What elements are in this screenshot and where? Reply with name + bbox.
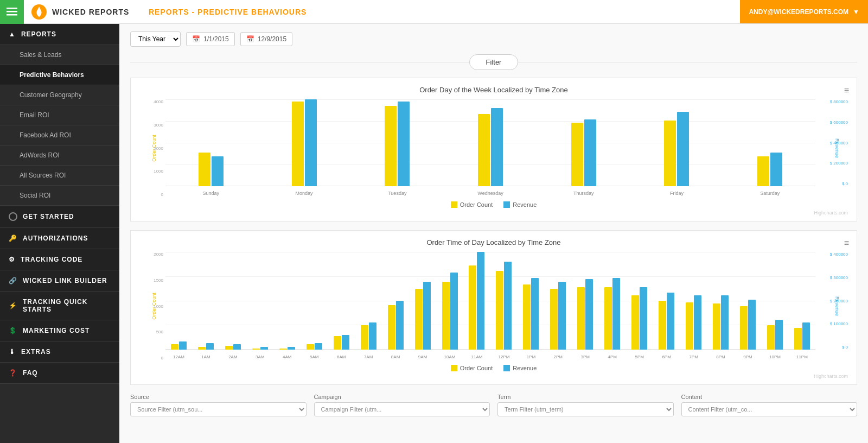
svg-rect-1 — [7, 11, 17, 12]
sidebar-item-email-roi[interactable]: Email ROI — [0, 105, 119, 125]
hamburger-button[interactable] — [0, 0, 24, 24]
bar-day-label: Wednesday — [477, 191, 503, 196]
chart2-bar-group: 6AM — [328, 252, 355, 350]
sidebar-item-facebook-ad-roi-label: Facebook Ad ROI — [20, 131, 71, 139]
sidebar-item-customer-geography[interactable]: Customer Geography — [0, 85, 119, 105]
bar-blue — [423, 282, 431, 350]
bar-blue — [491, 108, 503, 186]
chart-time-of-day: Order Time of Day Localized by Time Zone… — [130, 230, 857, 385]
sidebar-item-facebook-ad-roi[interactable]: Facebook Ad ROI — [0, 125, 119, 145]
source-filter-select[interactable]: Source Filter (utm_sou... — [130, 402, 307, 416]
date-range-select[interactable]: This Year — [130, 31, 181, 47]
bar-hour-label: 10PM — [769, 355, 781, 359]
sidebar-item-sales-leads[interactable]: Sales & Leads — [0, 45, 119, 65]
bar-yellow — [442, 282, 450, 350]
bar-yellow — [225, 346, 233, 350]
sidebar-item-predictive-behaviors[interactable]: Predictive Behaviors — [0, 65, 119, 85]
chart2-bar-group: 12PM — [490, 252, 517, 350]
bar-hour-label: 5PM — [635, 355, 643, 359]
chart1-menu-icon[interactable]: ≡ — [844, 86, 849, 96]
sidebar-item-adwords-roi-label: AdWords ROI — [20, 151, 60, 159]
content-filter-group: Content Content Filter (utm_co... — [681, 394, 858, 416]
calendar-icon: 📅 — [192, 35, 200, 43]
sidebar-link-builder-label: WICKED LINK BUILDER — [23, 277, 107, 284]
sidebar-item-tracking-code[interactable]: ⚙ TRACKING CODE — [0, 249, 119, 270]
term-filter-label: Term — [497, 394, 674, 400]
bar-blue — [398, 102, 410, 186]
chart2-bar-group: 12AM — [165, 252, 192, 350]
bar-hour-label: 3PM — [581, 355, 590, 359]
bar-hour-label: 12PM — [498, 355, 509, 359]
bar-blue — [802, 322, 810, 350]
chart2-bar-group: 11PM — [789, 252, 815, 350]
date-start-input[interactable]: 📅 1/1/2015 — [186, 32, 235, 46]
bar-day-label: Sunday — [203, 191, 220, 196]
sidebar-item-wicked-link-builder[interactable]: 🔗 WICKED LINK BUILDER — [0, 270, 119, 292]
date-start-value: 1/1/2015 — [203, 35, 229, 43]
content-filter-select[interactable]: Content Filter (utm_co... — [681, 402, 858, 416]
chart1-legend: Order Count Revenue — [139, 201, 848, 208]
bar-hour-label: 11PM — [796, 355, 808, 359]
legend-order-count-label: Order Count — [460, 201, 493, 208]
bar-day-label: Saturday — [760, 191, 780, 196]
sidebar-tracking-code-label: TRACKING CODE — [21, 256, 82, 263]
content-filter-label: Content — [681, 394, 858, 400]
chart2-menu-icon[interactable]: ≡ — [844, 238, 849, 248]
bar-blue — [288, 347, 295, 350]
sidebar-item-customer-geography-label: Customer Geography — [20, 91, 82, 99]
chart2-bar-group: 5AM — [301, 252, 328, 350]
chart2-bar-group: 6PM — [653, 252, 680, 350]
chart2-bar-group: 1PM — [518, 252, 544, 350]
sidebar-item-all-sources-roi[interactable]: All Sources ROI — [0, 166, 119, 186]
bar-blue — [179, 341, 187, 350]
svg-rect-2 — [7, 14, 17, 16]
sidebar-item-social-roi[interactable]: Social ROI — [0, 186, 119, 206]
legend2-blue-color — [503, 365, 510, 371]
bar-blue — [585, 279, 593, 350]
user-email: ANDY@WICKEDREPORTS.COM — [749, 8, 848, 16]
term-filter-select[interactable]: Term Filter (utm_term) — [497, 402, 674, 416]
thermometer-icon: 🌡 — [9, 348, 16, 356]
bar-blue — [315, 343, 322, 350]
chart2-bar-group: 7PM — [680, 252, 707, 350]
sidebar-item-marketing-cost[interactable]: 💲 MARKETING COST — [0, 320, 119, 341]
sidebar-item-tracking-quick-starts[interactable]: ⚡ TRACKING QUICK STARTS — [0, 292, 119, 320]
bar-yellow — [279, 349, 287, 350]
bar-blue — [212, 156, 224, 186]
bar-blue — [450, 273, 458, 350]
campaign-filter-select[interactable]: Campaign Filter (utm... — [314, 402, 490, 416]
bar-yellow — [252, 349, 260, 350]
chart1-bar-group: Tuesday — [352, 99, 443, 186]
bar-hour-label: 11AM — [471, 355, 483, 359]
bar-blue — [770, 153, 782, 186]
bar-yellow — [171, 344, 178, 350]
question-icon: ❓ — [9, 369, 17, 377]
bar-hour-label: 8AM — [391, 355, 400, 359]
campaign-filter-group: Campaign Campaign Filter (utm... — [314, 394, 490, 416]
user-menu[interactable]: ANDY@WICKEDREPORTS.COM ▼ — [740, 0, 868, 23]
sidebar-item-adwords-roi[interactable]: AdWords ROI — [0, 145, 119, 166]
bottom-filter-row: Source Source Filter (utm_sou... Campaig… — [130, 394, 857, 416]
sidebar-item-reports[interactable]: ▲ REPORTS — [0, 24, 119, 45]
sidebar-item-extras[interactable]: 🌡 EXTRAS — [0, 341, 119, 363]
bar-yellow — [292, 102, 304, 186]
chart1-bars-area: SundayMondayTuesdayWednesdayThursdayFrid… — [165, 99, 815, 197]
sidebar-marketing-cost-label: MARKETING COST — [23, 327, 90, 334]
sidebar-quick-starts-label: TRACKING QUICK STARTS — [23, 298, 111, 313]
sidebar-item-authorizations[interactable]: 🔑 AUTHORIZATIONS — [0, 228, 119, 249]
date-end-input[interactable]: 📅 12/9/2015 — [240, 32, 292, 46]
sidebar-item-social-roi-label: Social ROI — [20, 192, 50, 199]
chart1-bar-group: Saturday — [724, 99, 815, 186]
sidebar-item-faq[interactable]: ❓ FAQ — [0, 363, 119, 384]
bar-hour-label: 7PM — [689, 355, 698, 359]
term-filter-group: Term Term Filter (utm_term) — [497, 394, 674, 416]
filter-button[interactable]: Filter — [469, 54, 519, 70]
bar-yellow — [496, 271, 503, 350]
bar-blue — [667, 293, 674, 350]
sidebar-item-get-started[interactable]: GET STARTED — [0, 206, 119, 228]
sidebar-extras-label: EXTRAS — [21, 348, 51, 356]
bar-yellow — [388, 305, 395, 350]
chart2-bar-group: 1AM — [193, 252, 219, 350]
source-filter-group: Source Source Filter (utm_sou... — [130, 394, 307, 416]
bar-yellow — [199, 153, 210, 186]
